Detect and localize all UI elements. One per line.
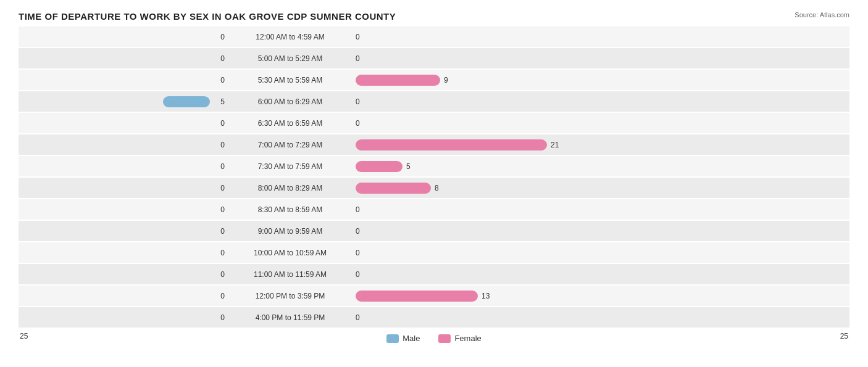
male-value: 0	[214, 119, 225, 128]
legend-area: Male Female	[386, 334, 482, 343]
right-section: 5	[352, 161, 562, 172]
female-value: 0	[356, 270, 367, 279]
female-bar	[356, 139, 547, 151]
time-label: 6:30 AM to 6:59 AM	[228, 119, 352, 128]
left-section: 0	[19, 249, 228, 257]
left-section: 0	[19, 292, 228, 300]
right-section: 0	[352, 54, 562, 63]
legend-female-label: Female	[454, 334, 481, 343]
time-label: 11:00 AM to 11:59 AM	[228, 270, 352, 279]
left-section: 0	[19, 184, 228, 192]
right-section: 0	[352, 249, 562, 257]
female-bar	[356, 161, 403, 172]
time-label: 8:30 AM to 8:59 AM	[228, 205, 352, 214]
left-section: 0	[19, 141, 228, 149]
left-section: 0	[19, 205, 228, 214]
female-value: 0	[356, 33, 367, 41]
left-section: 0	[19, 162, 228, 171]
time-label: 5:00 AM to 5:29 AM	[228, 54, 352, 63]
male-value: 0	[214, 249, 225, 257]
bar-row: 0 6:30 AM to 6:59 AM 0	[19, 113, 849, 133]
bar-row: 0 11:00 AM to 11:59 AM 0	[19, 264, 849, 284]
bars-area: 0 12:00 AM to 4:59 AM 0 0 5:00 AM to 5:2…	[19, 27, 849, 328]
male-value: 0	[214, 227, 225, 236]
axis-label-left: 25	[20, 332, 38, 340]
female-value: 0	[356, 119, 367, 128]
axis-label-right: 25	[830, 332, 848, 340]
time-label: 12:00 PM to 3:59 PM	[228, 292, 352, 300]
bar-row: 0 10:00 AM to 10:59 AM 0	[19, 242, 849, 263]
chart-title: TIME OF DEPARTURE TO WORK BY SEX IN OAK …	[19, 11, 849, 22]
time-label: 8:00 AM to 8:29 AM	[228, 184, 352, 192]
right-section: 0	[352, 205, 562, 214]
right-section: 0	[352, 270, 562, 279]
time-label: 5:30 AM to 5:59 AM	[228, 76, 352, 85]
female-value: 8	[435, 184, 446, 192]
right-section: 13	[352, 291, 562, 302]
left-section: 0	[19, 119, 228, 128]
bar-row: 0 12:00 PM to 3:59 PM 13	[19, 286, 849, 306]
male-value: 0	[214, 76, 225, 85]
male-value: 0	[214, 141, 225, 149]
right-section: 9	[352, 75, 562, 86]
male-value: 0	[214, 205, 225, 214]
right-section: 0	[352, 33, 562, 41]
time-label: 6:00 AM to 6:29 AM	[228, 97, 352, 106]
female-value: 0	[356, 249, 367, 257]
female-value: 0	[356, 313, 367, 322]
male-value: 5	[214, 97, 225, 106]
time-label: 10:00 AM to 10:59 AM	[228, 249, 352, 257]
legend-female-box	[438, 334, 451, 343]
male-value: 0	[214, 270, 225, 279]
left-section: 5	[19, 96, 228, 107]
female-value: 0	[356, 227, 367, 236]
left-section: 0	[19, 227, 228, 236]
left-section: 0	[19, 76, 228, 85]
male-bar	[163, 96, 210, 107]
right-section: 8	[352, 183, 562, 194]
legend-male-box	[386, 334, 399, 343]
female-bar	[356, 75, 440, 86]
left-section: 0	[19, 270, 228, 279]
left-section: 0	[19, 33, 228, 41]
male-value: 0	[214, 162, 225, 171]
bar-row: 0 7:00 AM to 7:29 AM 21	[19, 134, 849, 155]
right-section: 0	[352, 97, 562, 106]
legend-male: Male	[386, 334, 420, 343]
female-value: 21	[551, 141, 562, 149]
female-value: 0	[356, 205, 367, 214]
male-value: 0	[214, 184, 225, 192]
time-label: 7:00 AM to 7:29 AM	[228, 141, 352, 149]
legend-female: Female	[438, 334, 481, 343]
time-label: 4:00 PM to 11:59 PM	[228, 313, 352, 322]
female-value: 0	[356, 54, 367, 63]
male-value: 0	[214, 54, 225, 63]
left-section: 0	[19, 54, 228, 63]
bar-row: 0 7:30 AM to 7:59 AM 5	[19, 156, 849, 176]
male-value: 0	[214, 292, 225, 300]
right-section: 0	[352, 227, 562, 236]
female-bar	[356, 291, 478, 302]
source-text: Source: Atlas.com	[795, 11, 849, 19]
bar-row: 5 6:00 AM to 6:29 AM 0	[19, 91, 849, 112]
bar-row: 0 8:00 AM to 8:29 AM 8	[19, 178, 849, 198]
bar-row: 0 5:30 AM to 5:59 AM 9	[19, 70, 849, 90]
time-label: 7:30 AM to 7:59 AM	[228, 162, 352, 171]
female-value: 0	[356, 97, 367, 106]
bar-row: 0 12:00 AM to 4:59 AM 0	[19, 27, 849, 47]
left-section: 0	[19, 313, 228, 322]
female-value: 13	[482, 292, 493, 300]
female-value: 9	[444, 76, 455, 85]
legend-male-label: Male	[403, 334, 420, 343]
bar-row: 0 8:30 AM to 8:59 AM 0	[19, 199, 849, 220]
chart-container: TIME OF DEPARTURE TO WORK BY SEX IN OAK …	[0, 0, 868, 367]
bar-row: 0 9:00 AM to 9:59 AM 0	[19, 221, 849, 241]
right-section: 0	[352, 313, 562, 322]
male-value: 0	[214, 33, 225, 41]
bottom-row: 25 Male Female 25	[19, 329, 849, 343]
bar-row: 0 4:00 PM to 11:59 PM 0	[19, 307, 849, 328]
right-section: 0	[352, 119, 562, 128]
bar-row: 0 5:00 AM to 5:29 AM 0	[19, 48, 849, 68]
time-label: 12:00 AM to 4:59 AM	[228, 33, 352, 41]
time-label: 9:00 AM to 9:59 AM	[228, 227, 352, 236]
